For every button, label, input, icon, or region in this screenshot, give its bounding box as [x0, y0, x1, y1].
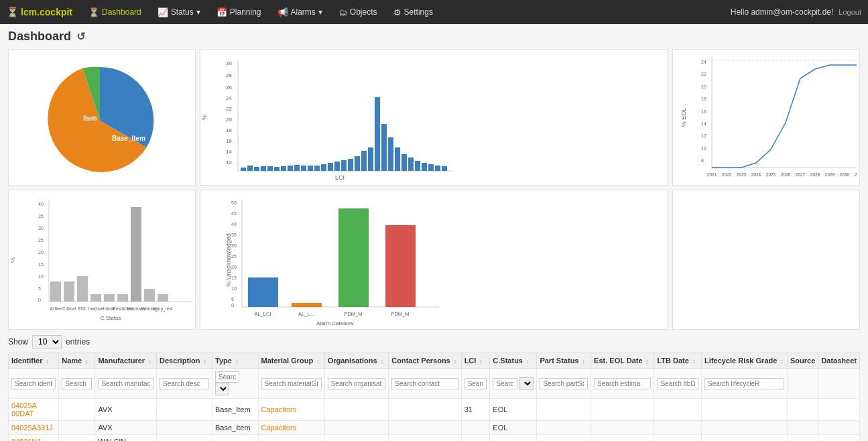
- row1-identifier[interactable]: 04025A 00DAT: [11, 401, 36, 418]
- sort-est-eol-icon: ↕: [646, 358, 649, 365]
- refresh-button[interactable]: ↺: [76, 30, 85, 43]
- nav-alarms-label: Alarms: [291, 7, 316, 17]
- navbar-right: Hello admin@om-cockpit.de! Logout: [731, 7, 861, 17]
- search-name[interactable]: [62, 378, 92, 389]
- col-source[interactable]: Source: [788, 353, 818, 369]
- table-row: 04021N1 K500CTNK WALSIN TECHNOLOGY Base_…: [9, 435, 860, 442]
- svg-text:12: 12: [226, 160, 232, 166]
- col-cstatus[interactable]: C.Status ↕: [490, 353, 537, 369]
- col-datasheet[interactable]: Datasheet: [818, 353, 860, 369]
- row1-contact: [389, 399, 461, 421]
- row2-cstatus: EOL: [490, 421, 537, 435]
- cstatus-chart-box: % 40 35 30 25 20 15 10 5 0: [8, 190, 196, 330]
- page-title-text: Dashboard: [8, 29, 71, 44]
- search-contact[interactable]: [391, 378, 458, 389]
- pie-chart: Item Base_Item: [13, 54, 187, 181]
- nav-status[interactable]: 📈 Status ▾: [151, 3, 207, 21]
- logout-button[interactable]: Logout: [839, 8, 861, 16]
- search-organisations[interactable]: [328, 378, 386, 389]
- svg-text:16: 16: [701, 109, 706, 114]
- search-est-eol[interactable]: [594, 378, 651, 389]
- brand-logo[interactable]: ⏳ lcm.cockpit: [7, 7, 72, 17]
- row3-name: [59, 435, 95, 442]
- search-lifecycle-risk[interactable]: [704, 378, 784, 389]
- nav-settings[interactable]: ⚙ Settings: [387, 3, 440, 21]
- search-description[interactable]: [160, 378, 209, 389]
- alarm-chart-box: % Unacknowledged 50 45 40 35 30 25 20 15…: [200, 190, 668, 330]
- search-identifier[interactable]: [11, 378, 56, 389]
- objects-icon: 🗂: [338, 7, 347, 17]
- col-organisations[interactable]: Organisations ↕: [324, 353, 389, 369]
- col-material-group[interactable]: Material Group ↕: [258, 353, 324, 369]
- sort-description-icon: ↕: [204, 358, 207, 365]
- sort-organisations-icon: ↕: [381, 358, 384, 365]
- nav-dashboard[interactable]: ⏳ Dashboard: [82, 3, 148, 21]
- search-cstatus-select[interactable]: ▾: [519, 377, 534, 390]
- svg-text:30: 30: [231, 243, 237, 248]
- svg-text:5: 5: [38, 286, 41, 291]
- col-part-status[interactable]: Part Status ↕: [537, 353, 591, 369]
- search-type-select[interactable]: ▾: [215, 383, 229, 395]
- col-lci[interactable]: LCI ↕: [461, 353, 490, 369]
- row2-identifier[interactable]: 04025A331J: [11, 424, 53, 432]
- svg-text:20: 20: [231, 265, 237, 269]
- row2-manufacturer: AVX: [95, 421, 157, 435]
- row2-type: Base_Item: [212, 421, 259, 435]
- row3-type: Base_Item: [212, 435, 259, 442]
- svg-text:C.Status: C.Status: [101, 315, 121, 321]
- data-table: Identifier ↕ Name ↕ Manufacturer ↕ Descr…: [8, 353, 860, 441]
- svg-rect-38: [401, 154, 407, 171]
- col-manufacturer[interactable]: Manufacturer ↕: [95, 353, 157, 369]
- svg-rect-42: [428, 164, 434, 171]
- row2-material-group[interactable]: Capacitors: [261, 424, 297, 432]
- svg-text:26: 26: [226, 84, 232, 90]
- search-material-group[interactable]: [261, 378, 322, 389]
- row1-material-group[interactable]: Capacitors: [261, 405, 297, 414]
- svg-text:2021: 2021: [707, 172, 717, 177]
- svg-rect-27: [328, 163, 333, 171]
- show-entries-select[interactable]: 10 25 50: [32, 335, 62, 349]
- col-description[interactable]: Description ↕: [157, 353, 212, 369]
- svg-rect-89: [158, 294, 168, 302]
- search-part-status[interactable]: [540, 378, 588, 389]
- svg-rect-30: [348, 159, 353, 171]
- svg-text:25: 25: [231, 254, 237, 259]
- col-type[interactable]: Type ↕: [212, 353, 259, 369]
- row1-manufacturer: AVX: [95, 399, 157, 421]
- search-lci[interactable]: [464, 378, 487, 389]
- col-lifecycle-risk[interactable]: Lifecycle Risk Grade ↕: [702, 353, 788, 369]
- search-type[interactable]: [215, 371, 239, 383]
- col-contact[interactable]: Contact Persons ↕: [389, 353, 461, 369]
- sort-name-icon: ↕: [85, 358, 88, 365]
- col-ltb-date[interactable]: LTB Date ↕: [654, 353, 702, 369]
- status-icon: 📈: [158, 7, 168, 17]
- svg-text:Inactive: Inactive: [88, 306, 104, 311]
- svg-text:40: 40: [38, 202, 44, 206]
- nav-alarms[interactable]: 📢 Alarms ▾: [271, 3, 329, 21]
- svg-text:Estimated EOL Year: Estimated EOL Year: [757, 180, 806, 181]
- row3-identifier[interactable]: 04021N1 K500CTNK: [11, 438, 49, 441]
- row1-lci: 31: [461, 399, 490, 421]
- row3-organisations: [324, 435, 389, 442]
- search-cstatus[interactable]: [493, 378, 517, 389]
- sort-manufacturer-icon: ↕: [148, 358, 151, 365]
- col-name[interactable]: Name ↕: [59, 353, 95, 369]
- nav-objects[interactable]: 🗂 Objects: [332, 3, 384, 21]
- status-dropdown-icon: ▾: [196, 7, 200, 17]
- row1-name: [59, 399, 95, 421]
- svg-rect-44: [442, 166, 447, 171]
- row3-est-eol: [591, 435, 654, 442]
- row2-lci: [461, 421, 490, 435]
- eol-chart-box: % EOL 24 22 20 18 16 14 12 10 8: [672, 49, 860, 186]
- svg-rect-87: [131, 207, 141, 302]
- svg-text:2024: 2024: [751, 172, 761, 177]
- row1-lifecycle-risk: [702, 399, 788, 421]
- svg-text:16: 16: [226, 138, 232, 144]
- svg-text:50: 50: [231, 200, 237, 205]
- col-identifier[interactable]: Identifier ↕: [9, 353, 59, 369]
- col-est-eol[interactable]: Est. EOL Date ↕: [591, 353, 654, 369]
- search-ltb-date[interactable]: [657, 378, 698, 389]
- nav-planning[interactable]: 📅 Planning: [210, 3, 268, 21]
- search-manufacturer[interactable]: [98, 378, 153, 389]
- svg-rect-114: [292, 303, 322, 307]
